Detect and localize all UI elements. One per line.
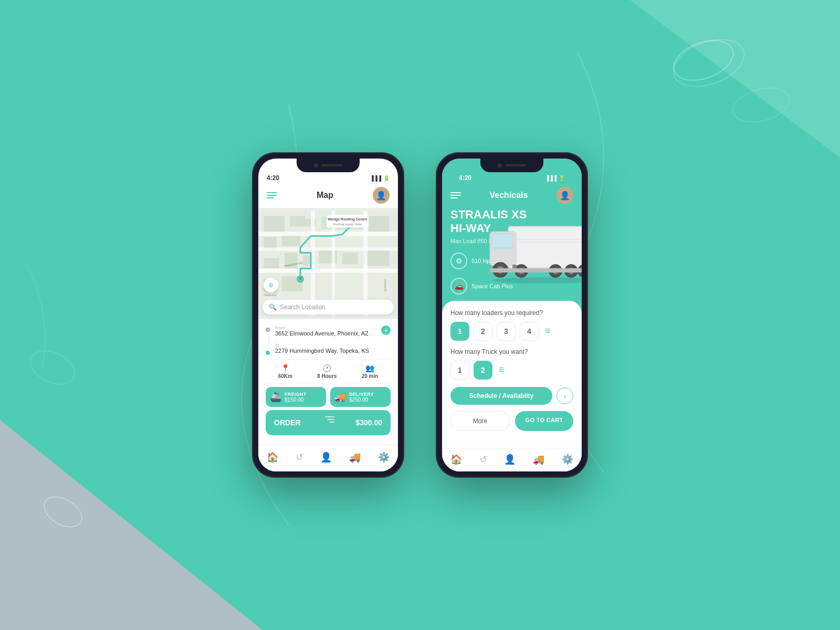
status-time-2: 4:20	[459, 174, 471, 182]
loaders-btn-2[interactable]: 2	[474, 322, 492, 341]
menu-line-w2	[450, 195, 461, 196]
menu-line-a	[325, 416, 334, 417]
svg-rect-12	[264, 258, 279, 269]
freight-button[interactable]: 🚢 FREIGHT $150.00	[266, 387, 326, 407]
from-label: From	[275, 326, 376, 330]
nav-home-icon-2[interactable]: 🏠	[446, 453, 466, 466]
speaker-notch-2	[505, 164, 526, 166]
nav-profile-icon-2[interactable]: 👤	[500, 453, 520, 466]
app-header-1: Map 👤	[258, 184, 398, 208]
more-button[interactable]: More	[450, 411, 510, 431]
truck-image-area	[487, 203, 582, 287]
search-icon: 🔍	[269, 303, 277, 311]
location-button[interactable]: ⊕	[264, 278, 278, 292]
svg-rect-60	[490, 268, 582, 272]
nav-settings-icon[interactable]: ⚙️	[374, 450, 394, 464]
distance-value: 60Km	[278, 373, 292, 379]
truck-selector: 1 2 ≡	[450, 361, 573, 380]
delivery-price: $250.00	[349, 397, 374, 403]
phone-2-screen: 4:20 ▐▐▐ 🔋 Vechicals 👤	[442, 159, 582, 471]
nav-home-icon[interactable]: 🏠	[262, 450, 282, 464]
search-input[interactable]: Search Location	[280, 303, 326, 311]
delivery-button[interactable]: 🚚 DELIVERY $250.00	[330, 387, 391, 407]
schedule-row: Schedule / Availablity ›	[450, 387, 573, 405]
to-marker	[266, 351, 270, 355]
go-to-cart-button[interactable]: GO TO CART	[515, 411, 573, 431]
truck-btn-2[interactable]: 2	[474, 361, 492, 380]
status-icons-1: ▐▐▐ 🔋	[370, 175, 390, 181]
status-time-1: 4:20	[267, 174, 279, 182]
schedule-button[interactable]: Schedule / Availablity	[450, 387, 552, 405]
route-panel: From 3652 Elmwood Avenue, Phoenix, AZ To…	[258, 319, 398, 445]
svg-rect-16	[342, 253, 358, 265]
people-icon: 👥	[362, 364, 379, 372]
vehicle-bottom-panel: How many loaders you required? 1 2 3 4 ≡…	[442, 301, 582, 448]
battery-icon-2: 🔋	[559, 175, 565, 181]
loaders-question-label: How many loaders you required?	[450, 309, 573, 317]
menu-line-2	[267, 195, 277, 196]
camera-notch	[314, 163, 318, 167]
user-avatar-1[interactable]: 👤	[373, 187, 390, 204]
signal-icon-2: ▐▐▐	[545, 175, 556, 181]
svg-rect-22	[258, 269, 398, 273]
clock-icon: 🕐	[317, 364, 337, 372]
signal-icon: ▐▐▐	[370, 175, 381, 181]
nav-history-icon-2[interactable]: ↺	[475, 453, 491, 466]
nav-profile-icon[interactable]: 👤	[316, 450, 336, 464]
route-line	[269, 334, 269, 344]
menu-line-w3	[450, 197, 458, 198]
freight-delivery-row: 🚢 FREIGHT $150.00 🚚 DELIVERY $250.00	[266, 387, 391, 407]
truck-btn-1[interactable]: 1	[450, 361, 469, 380]
user-avatar-2[interactable]: 👤	[556, 187, 573, 204]
svg-rect-42	[492, 234, 512, 247]
minutes-value: 20 min	[362, 373, 379, 379]
svg-rect-11	[369, 216, 390, 232]
menu-line-w1	[450, 192, 461, 193]
svg-text:Orchard R...: Orchard R...	[384, 279, 387, 293]
action-buttons-row: More GO TO CART	[450, 411, 573, 431]
loaders-more-icon[interactable]: ≡	[545, 326, 551, 337]
loaders-selector: 1 2 3 4 ≡	[450, 322, 573, 341]
battery-icon: 🔋	[383, 175, 390, 181]
loaders-btn-3[interactable]: 3	[497, 322, 516, 341]
phone-2-vehicles: 4:20 ▐▐▐ 🔋 Vechicals 👤	[436, 152, 588, 478]
nav-truck-icon-2[interactable]: 🚚	[529, 453, 549, 466]
svg-rect-37	[509, 227, 582, 267]
svg-rect-5	[290, 216, 306, 227]
vehicle-green-header: 4:20 ▐▐▐ 🔋 Vechicals 👤	[442, 159, 582, 311]
freight-label: FREIGHT	[285, 392, 307, 397]
map-area[interactable]: 📍 Wedge Roofing Centre Roofing supply st…	[258, 208, 398, 319]
truck-more-icon[interactable]: ≡	[499, 364, 505, 375]
hamburger-menu-2[interactable]	[450, 192, 461, 198]
menu-line-3	[267, 197, 274, 198]
crosshair-icon: ⊕	[268, 281, 274, 289]
nav-settings-icon-2[interactable]: ⚙️	[558, 453, 578, 466]
phones-wrapper: 4:20 ▐▐▐ 🔋 Map 👤	[0, 0, 840, 630]
hours-value: 8 Hours	[317, 373, 337, 379]
truck-question-label: How many Truck you want?	[450, 348, 573, 355]
menu-line-c	[329, 422, 334, 423]
truck-svg	[487, 203, 582, 287]
bottom-nav-1: 🏠 ↺ 👤 🚚 ⚙️	[258, 445, 398, 471]
add-destination-button[interactable]: +	[381, 326, 391, 335]
to-label: To	[275, 343, 376, 348]
loaders-btn-4[interactable]: 4	[520, 322, 539, 341]
delivery-info: DELIVERY $250.00	[349, 392, 374, 403]
cab-icon: 🚗	[450, 278, 467, 295]
bottom-nav-2: 🏠 ↺ 👤 🚚 ⚙️	[442, 448, 582, 471]
loaders-btn-1[interactable]: 1	[450, 322, 469, 341]
svg-point-61	[492, 277, 582, 284]
delivery-label: DELIVERY	[349, 392, 374, 397]
svg-rect-4	[264, 216, 285, 232]
svg-rect-7	[282, 235, 300, 246]
phone-1-screen: 4:20 ▐▐▐ 🔋 Map 👤	[258, 159, 398, 471]
svg-text:Gretton Rd: Gretton Rd	[264, 293, 277, 297]
camera-notch-2	[498, 163, 502, 167]
nav-truck-icon[interactable]: 🚚	[345, 450, 365, 464]
nav-history-icon[interactable]: ↺	[291, 450, 308, 464]
order-button[interactable]: ORDER $300.00	[266, 410, 391, 435]
delivery-icon: 🚚	[334, 391, 346, 403]
map-search-bar[interactable]: 🔍 Search Location	[262, 300, 394, 314]
schedule-arrow-button[interactable]: ›	[556, 387, 573, 404]
hamburger-menu-1[interactable]	[267, 192, 277, 198]
